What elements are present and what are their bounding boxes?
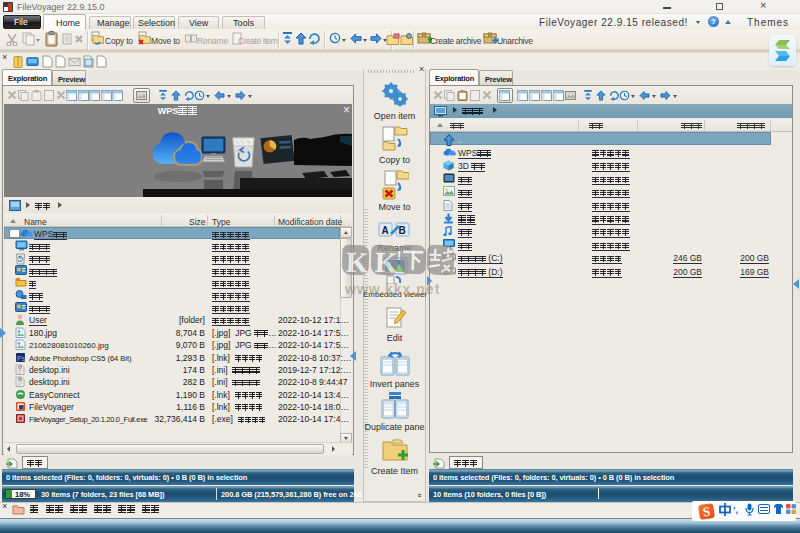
svg-text:Ps: Ps — [17, 354, 26, 361]
svg-text:A: A — [382, 225, 389, 236]
svg-text:B: B — [399, 225, 406, 236]
